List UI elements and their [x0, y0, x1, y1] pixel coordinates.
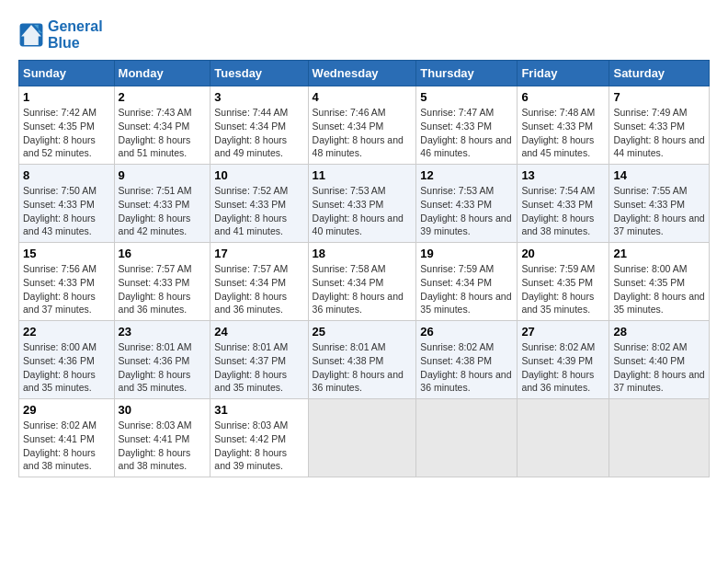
calendar-cell: 29 Sunrise: 8:02 AM Sunset: 4:41 PM Dayl…: [19, 399, 115, 477]
calendar-cell: 14 Sunrise: 7:55 AM Sunset: 4:33 PM Dayl…: [609, 165, 710, 243]
day-info: Sunrise: 7:47 AM Sunset: 4:33 PM Dayligh…: [420, 106, 513, 160]
day-info: Sunrise: 8:00 AM Sunset: 4:36 PM Dayligh…: [23, 340, 110, 395]
day-number: 12: [420, 168, 513, 182]
page-header: General Blue: [18, 18, 710, 51]
calendar-cell: 31 Sunrise: 8:03 AM Sunset: 4:42 PM Dayl…: [210, 399, 308, 477]
calendar-cell: 9 Sunrise: 7:51 AM Sunset: 4:33 PM Dayli…: [114, 165, 210, 243]
day-info: Sunrise: 8:02 AM Sunset: 4:38 PM Dayligh…: [420, 340, 513, 395]
calendar-cell: 16 Sunrise: 7:57 AM Sunset: 4:33 PM Dayl…: [114, 243, 210, 321]
weekday-header-saturday: Saturday: [609, 61, 710, 86]
day-info: Sunrise: 7:46 AM Sunset: 4:34 PM Dayligh…: [313, 106, 413, 160]
day-number: 26: [420, 325, 513, 339]
day-info: Sunrise: 7:53 AM Sunset: 4:33 PM Dayligh…: [313, 184, 413, 238]
day-number: 18: [313, 247, 413, 260]
weekday-header-row: SundayMondayTuesdayWednesdayThursdayFrid…: [19, 61, 710, 86]
day-number: 29: [23, 403, 110, 417]
day-info: Sunrise: 8:01 AM Sunset: 4:38 PM Dayligh…: [313, 340, 413, 395]
week-row-2: 8 Sunrise: 7:50 AM Sunset: 4:33 PM Dayli…: [19, 165, 710, 243]
calendar-cell: 17 Sunrise: 7:57 AM Sunset: 4:34 PM Dayl…: [210, 243, 308, 321]
day-number: 25: [313, 325, 413, 339]
week-row-4: 22 Sunrise: 8:00 AM Sunset: 4:36 PM Dayl…: [19, 321, 710, 399]
day-info: Sunrise: 7:57 AM Sunset: 4:34 PM Dayligh…: [214, 262, 303, 316]
day-info: Sunrise: 8:03 AM Sunset: 4:42 PM Dayligh…: [214, 419, 303, 473]
day-number: 1: [23, 90, 110, 104]
calendar-cell: 28 Sunrise: 8:02 AM Sunset: 4:40 PM Dayl…: [609, 321, 710, 399]
day-number: 30: [119, 403, 207, 417]
calendar-cell: 27 Sunrise: 8:02 AM Sunset: 4:39 PM Dayl…: [518, 321, 609, 399]
day-info: Sunrise: 8:02 AM Sunset: 4:41 PM Dayligh…: [23, 419, 110, 473]
day-info: Sunrise: 7:49 AM Sunset: 4:33 PM Dayligh…: [613, 106, 705, 160]
day-number: 11: [313, 168, 413, 182]
day-info: Sunrise: 7:58 AM Sunset: 4:34 PM Dayligh…: [313, 262, 413, 316]
day-number: 16: [119, 247, 207, 260]
day-number: 21: [613, 247, 705, 260]
weekday-header-sunday: Sunday: [19, 61, 115, 86]
weekday-header-monday: Monday: [114, 61, 210, 86]
day-info: Sunrise: 7:52 AM Sunset: 4:33 PM Dayligh…: [214, 184, 303, 238]
logo-icon: [18, 22, 44, 48]
day-info: Sunrise: 7:56 AM Sunset: 4:33 PM Dayligh…: [23, 262, 110, 316]
day-info: Sunrise: 8:02 AM Sunset: 4:40 PM Dayligh…: [613, 340, 705, 395]
logo: General Blue: [18, 18, 103, 51]
calendar-cell: 11 Sunrise: 7:53 AM Sunset: 4:33 PM Dayl…: [308, 165, 416, 243]
day-info: Sunrise: 7:50 AM Sunset: 4:33 PM Dayligh…: [23, 184, 110, 238]
calendar-cell: 8 Sunrise: 7:50 AM Sunset: 4:33 PM Dayli…: [19, 165, 115, 243]
day-info: Sunrise: 7:57 AM Sunset: 4:33 PM Dayligh…: [119, 262, 207, 316]
weekday-header-wednesday: Wednesday: [308, 61, 416, 86]
day-number: 19: [420, 247, 513, 260]
week-row-1: 1 Sunrise: 7:42 AM Sunset: 4:35 PM Dayli…: [19, 86, 710, 165]
calendar-cell: 5 Sunrise: 7:47 AM Sunset: 4:33 PM Dayli…: [416, 86, 518, 165]
day-number: 31: [214, 403, 303, 417]
day-number: 28: [613, 325, 705, 339]
day-info: Sunrise: 7:59 AM Sunset: 4:34 PM Dayligh…: [420, 262, 513, 316]
calendar-cell: 22 Sunrise: 8:00 AM Sunset: 4:36 PM Dayl…: [19, 321, 115, 399]
week-row-3: 15 Sunrise: 7:56 AM Sunset: 4:33 PM Dayl…: [19, 243, 710, 321]
day-info: Sunrise: 7:53 AM Sunset: 4:33 PM Dayligh…: [420, 184, 513, 238]
day-number: 15: [23, 247, 110, 260]
weekday-header-friday: Friday: [518, 61, 609, 86]
calendar-cell: 18 Sunrise: 7:58 AM Sunset: 4:34 PM Dayl…: [308, 243, 416, 321]
calendar-cell: 20 Sunrise: 7:59 AM Sunset: 4:35 PM Dayl…: [518, 243, 609, 321]
day-info: Sunrise: 7:48 AM Sunset: 4:33 PM Dayligh…: [521, 106, 605, 160]
day-number: 7: [613, 90, 705, 104]
day-info: Sunrise: 7:51 AM Sunset: 4:33 PM Dayligh…: [119, 184, 207, 238]
calendar-cell: [308, 399, 416, 477]
calendar-cell: 23 Sunrise: 8:01 AM Sunset: 4:36 PM Dayl…: [114, 321, 210, 399]
day-number: 4: [313, 90, 413, 104]
weekday-header-thursday: Thursday: [416, 61, 518, 86]
calendar-cell: 26 Sunrise: 8:02 AM Sunset: 4:38 PM Dayl…: [416, 321, 518, 399]
day-info: Sunrise: 7:42 AM Sunset: 4:35 PM Dayligh…: [23, 106, 110, 160]
calendar-cell: 2 Sunrise: 7:43 AM Sunset: 4:34 PM Dayli…: [114, 86, 210, 165]
week-row-5: 29 Sunrise: 8:02 AM Sunset: 4:41 PM Dayl…: [19, 399, 710, 477]
day-info: Sunrise: 7:55 AM Sunset: 4:33 PM Dayligh…: [613, 184, 705, 238]
day-number: 22: [23, 325, 110, 339]
calendar-cell: [518, 399, 609, 477]
day-number: 17: [214, 247, 303, 260]
day-info: Sunrise: 7:44 AM Sunset: 4:34 PM Dayligh…: [214, 106, 303, 160]
calendar-cell: 6 Sunrise: 7:48 AM Sunset: 4:33 PM Dayli…: [518, 86, 609, 165]
calendar-cell: 21 Sunrise: 8:00 AM Sunset: 4:35 PM Dayl…: [609, 243, 710, 321]
calendar-cell: 3 Sunrise: 7:44 AM Sunset: 4:34 PM Dayli…: [210, 86, 308, 165]
calendar-cell: [416, 399, 518, 477]
day-number: 8: [23, 168, 110, 182]
weekday-header-tuesday: Tuesday: [210, 61, 308, 86]
day-info: Sunrise: 8:00 AM Sunset: 4:35 PM Dayligh…: [613, 262, 705, 316]
calendar-cell: 12 Sunrise: 7:53 AM Sunset: 4:33 PM Dayl…: [416, 165, 518, 243]
day-number: 13: [521, 168, 605, 182]
day-info: Sunrise: 8:02 AM Sunset: 4:39 PM Dayligh…: [521, 340, 605, 395]
day-number: 10: [214, 168, 303, 182]
day-info: Sunrise: 8:01 AM Sunset: 4:37 PM Dayligh…: [214, 340, 303, 395]
day-number: 24: [214, 325, 303, 339]
day-number: 5: [420, 90, 513, 104]
calendar-cell: 19 Sunrise: 7:59 AM Sunset: 4:34 PM Dayl…: [416, 243, 518, 321]
day-info: Sunrise: 8:01 AM Sunset: 4:36 PM Dayligh…: [119, 340, 207, 395]
day-number: 23: [119, 325, 207, 339]
calendar-cell: [609, 399, 710, 477]
calendar-cell: 15 Sunrise: 7:56 AM Sunset: 4:33 PM Dayl…: [19, 243, 115, 321]
logo-text: General Blue: [48, 18, 103, 51]
calendar-cell: 24 Sunrise: 8:01 AM Sunset: 4:37 PM Dayl…: [210, 321, 308, 399]
calendar-cell: 4 Sunrise: 7:46 AM Sunset: 4:34 PM Dayli…: [308, 86, 416, 165]
calendar-cell: 7 Sunrise: 7:49 AM Sunset: 4:33 PM Dayli…: [609, 86, 710, 165]
day-info: Sunrise: 8:03 AM Sunset: 4:41 PM Dayligh…: [119, 419, 207, 473]
day-number: 2: [119, 90, 207, 104]
